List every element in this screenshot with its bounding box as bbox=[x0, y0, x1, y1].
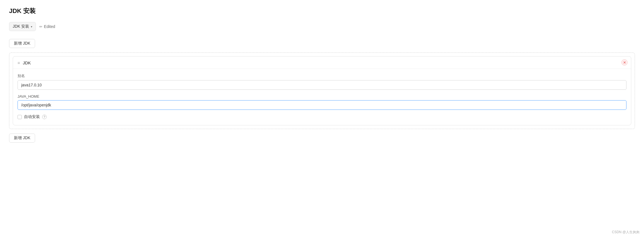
alias-label: 别名 bbox=[18, 73, 626, 78]
breadcrumb-label: JDK 安装 bbox=[13, 24, 29, 29]
edit-icon: ✏ bbox=[39, 25, 42, 29]
drag-handle-icon[interactable]: ≡ bbox=[18, 60, 20, 65]
chevron-down-icon: ▾ bbox=[31, 25, 32, 28]
watermark: CSDN @人生匆匆 bbox=[612, 230, 639, 235]
add-jdk-button-bottom[interactable]: 新增 JDK bbox=[9, 134, 35, 143]
breadcrumb-bar: JDK 安装 ▾ ✏ Edited bbox=[9, 22, 635, 31]
auto-install-row: 自动安装 ? bbox=[18, 114, 626, 119]
alias-input[interactable] bbox=[18, 80, 626, 90]
breadcrumb-dropdown[interactable]: JDK 安装 ▾ bbox=[9, 22, 36, 31]
java-home-label: JAVA_HOME bbox=[18, 94, 626, 99]
auto-install-checkbox[interactable] bbox=[18, 115, 22, 119]
edited-label: Edited bbox=[44, 24, 55, 29]
auto-install-label: 自动安装 bbox=[24, 114, 40, 119]
jdk-card-header: ≡ JDK ✕ bbox=[13, 56, 631, 69]
alias-field-group: 别名 bbox=[18, 73, 626, 90]
jdk-card-title: JDK bbox=[23, 60, 31, 65]
jdk-card: ≡ JDK ✕ 别名 JAVA_HOME 自动安装 ? bbox=[13, 56, 631, 125]
java-home-input[interactable] bbox=[18, 100, 626, 110]
java-home-field-group: JAVA_HOME bbox=[18, 94, 626, 110]
close-button[interactable]: ✕ bbox=[621, 59, 628, 65]
main-content: 新增 JDK ≡ JDK ✕ 别名 JAVA_HOME 自动安装 bbox=[9, 39, 635, 143]
page-title: JDK 安装 bbox=[9, 7, 635, 15]
add-jdk-button-top[interactable]: 新增 JDK bbox=[9, 39, 35, 48]
jdk-card-container: ≡ JDK ✕ 别名 JAVA_HOME 自动安装 ? bbox=[9, 53, 635, 129]
jdk-card-body: 别名 JAVA_HOME 自动安装 ? bbox=[13, 69, 631, 125]
edited-badge: ✏ Edited bbox=[39, 24, 55, 29]
help-icon[interactable]: ? bbox=[42, 115, 47, 119]
